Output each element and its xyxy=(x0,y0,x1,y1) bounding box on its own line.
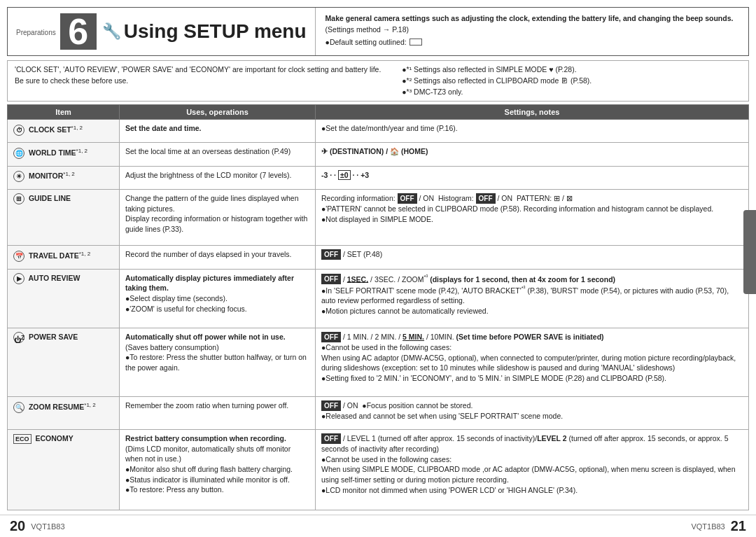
footer-right: VQT1B83 21 xyxy=(691,518,746,534)
world-icon: 🌐 xyxy=(13,148,24,159)
table-row: 📅 TRAVEL DATE*1, 2 Record the number of … xyxy=(8,246,749,269)
travel-icon: 📅 xyxy=(13,251,24,262)
uses-zoom-resume: Remember the zoom ratio when turning pow… xyxy=(120,397,316,430)
settings-world-time: ✈ (DESTINATION) / 🏠 (HOME) xyxy=(316,143,749,166)
uses-power-save: Automatically shut off power while not i… xyxy=(120,328,316,397)
footer-code-right: VQT1B83 xyxy=(691,522,724,531)
uses-auto-review: Automatically display pictures immediate… xyxy=(120,269,316,328)
guide-icon: ⊞ xyxy=(13,193,24,204)
page-number-left: 20 xyxy=(10,518,25,534)
table-row: ☀ MONITOR*1, 2 Adjust the brightness of … xyxy=(8,166,749,189)
header-title: Using SETUP menu xyxy=(124,20,307,43)
table-row: ▶ AUTO REVIEW Automatically display pict… xyxy=(8,269,749,328)
settings-economy: OFF / LEVEL 1 (turned off after approx. … xyxy=(316,430,749,510)
uses-travel-date: Record the number of days elapsed in you… xyxy=(120,246,316,269)
uses-guide-line: Change the pattern of the guide lines di… xyxy=(120,189,316,246)
item-guide-line: ⊞ GUIDE LINE xyxy=(8,189,120,246)
col-settings: Settings, notes xyxy=(316,105,749,120)
item-monitor: ☀ MONITOR*1, 2 xyxy=(8,166,120,189)
power-icon: ⏻Z xyxy=(13,332,24,343)
settings-monitor: -3 · · ±0 · · +3 xyxy=(316,166,749,189)
table-row: ⏻Z POWER SAVE Automatically shut off pow… xyxy=(8,328,749,397)
info-main: 'CLOCK SET', 'AUTO REVIEW', 'POWER SAVE'… xyxy=(15,64,388,97)
page-header: Preparations 6 🔧 Using SETUP menu Make g… xyxy=(7,7,749,56)
table-row: 🌐 WORLD TIME*1, 2 Set the local time at … xyxy=(8,143,749,166)
settings-power-save: OFF / 1 MIN. / 2 MIN. / 5 MIN. / 10MIN. … xyxy=(316,328,749,397)
zoom-icon: 🔍 xyxy=(13,402,24,413)
settings-guide-line: Recording information: OFF / ON Histogra… xyxy=(316,189,749,246)
auto-review-icon: ▶ xyxy=(13,273,24,284)
chapter-number: 6 xyxy=(60,13,97,50)
item-zoom-resume: 🔍 ZOOM RESUME*1, 2 xyxy=(8,397,120,430)
uses-monitor: Adjust the brightness of the LCD monitor… xyxy=(120,166,316,189)
uses-world-time: Set the local time at an overseas destin… xyxy=(120,143,316,166)
main-table: Item Uses, operations Settings, notes ⏱ … xyxy=(7,104,749,510)
uses-economy: Restrict battery consumption when record… xyxy=(120,430,316,510)
header-left: Preparations 6 🔧 Using SETUP menu xyxy=(8,8,316,55)
item-travel-date: 📅 TRAVEL DATE*1, 2 xyxy=(8,246,120,269)
item-clock-set: ⏱ CLOCK SET*1, 2 xyxy=(8,120,120,143)
table-row: 🔍 ZOOM RESUME*1, 2 Remember the zoom rat… xyxy=(8,397,749,430)
info-note-2: ●*² Settings also reflected in CLIPBOARD… xyxy=(402,76,741,87)
table-header-row: Item Uses, operations Settings, notes xyxy=(8,105,749,120)
default-setting: ●Default setting outlined: xyxy=(326,37,738,48)
footer-code-left: VQT1B83 xyxy=(31,522,64,531)
item-world-time: 🌐 WORLD TIME*1, 2 xyxy=(8,143,120,166)
monitor-icon: ☀ xyxy=(13,171,24,182)
page-number-right: 21 xyxy=(731,518,746,534)
setting-box xyxy=(410,39,422,46)
info-block: 'CLOCK SET', 'AUTO REVIEW', 'POWER SAVE'… xyxy=(7,60,749,102)
preparations-label: Preparations xyxy=(16,29,56,36)
default-setting-label: ●Default setting outlined: xyxy=(326,37,407,48)
settings-auto-review: OFF / 1SEC. / 3SEC. / ZOOM*³ (displays f… xyxy=(316,269,749,328)
info-note-1: ●*¹ Settings also reflected in SIMPLE MO… xyxy=(402,64,741,76)
item-auto-review: ▶ AUTO REVIEW xyxy=(8,269,120,328)
col-uses: Uses, operations xyxy=(120,105,316,120)
item-economy: ECO ECONOMY xyxy=(8,430,120,510)
header-desc-bold: Make general camera settings such as adj… xyxy=(326,14,734,22)
header-right: Make general camera settings such as adj… xyxy=(316,8,748,55)
uses-clock-set: Set the date and time. xyxy=(120,120,316,143)
settings-travel-date: OFF / SET (P.48) xyxy=(316,246,749,269)
item-power-save: ⏻Z POWER SAVE xyxy=(8,328,120,397)
header-desc-normal: (Settings method → P.18) xyxy=(326,25,409,34)
setup-icon: 🔧 xyxy=(102,22,121,41)
info-notes: ●*¹ Settings also reflected in SIMPLE MO… xyxy=(402,64,741,97)
table-row: ECO ECONOMY Restrict battery consumption… xyxy=(8,430,749,510)
settings-zoom-resume: OFF / ON ●Focus position cannot be store… xyxy=(316,397,749,430)
page-footer: 20 VQT1B83 VQT1B83 21 xyxy=(0,515,756,537)
sidebar-tab xyxy=(743,210,756,294)
settings-clock-set: ●Set the date/month/year and time (P.16)… xyxy=(316,120,749,143)
info-note-3: ●*³ DMC-TZ3 only. xyxy=(402,87,741,98)
footer-left: 20 VQT1B83 xyxy=(10,518,65,534)
col-item: Item xyxy=(8,105,120,120)
clock-icon: ⏱ xyxy=(13,125,24,136)
table-row: ⏱ CLOCK SET*1, 2 Set the date and time. … xyxy=(8,120,749,143)
table-row: ⊞ GUIDE LINE Change the pattern of the g… xyxy=(8,189,749,246)
